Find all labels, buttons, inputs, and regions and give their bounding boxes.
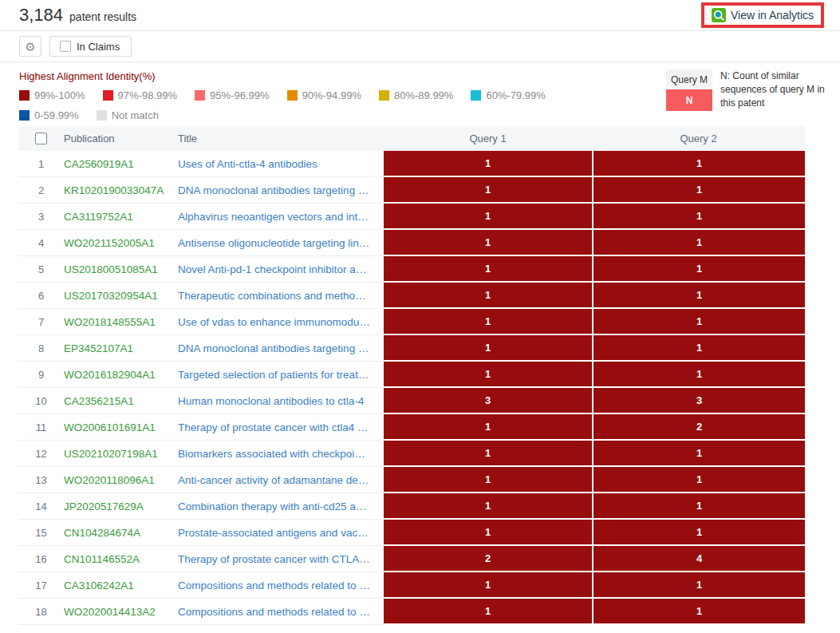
query2-count-cell[interactable]: 2: [592, 414, 805, 441]
legend-swatch: [379, 90, 389, 101]
title-link[interactable]: Use of vdas to enhance immunomodu…: [178, 309, 384, 335]
query1-count-cell[interactable]: 1: [384, 572, 592, 599]
query2-count-cell[interactable]: 1: [592, 283, 805, 309]
in-claims-checkbox[interactable]: [60, 41, 71, 52]
select-all-checkbox[interactable]: [35, 133, 47, 144]
publication-link[interactable]: US20170320954A1: [64, 283, 178, 309]
view-in-analytics-button[interactable]: View in Analytics: [701, 2, 824, 28]
row-index: 8: [18, 335, 64, 362]
query2-count-cell[interactable]: 1: [592, 441, 805, 467]
query1-count-cell[interactable]: 1: [384, 256, 592, 283]
query2-count-cell[interactable]: 1: [592, 204, 805, 230]
query2-count-cell[interactable]: 1: [592, 493, 805, 520]
legend-swatch: [195, 90, 205, 101]
query1-count-cell[interactable]: 1: [384, 362, 592, 388]
query2-count-cell[interactable]: 1: [592, 335, 805, 362]
legend-swatch: [471, 90, 481, 101]
title-link[interactable]: Compositions and methods related to …: [178, 572, 384, 599]
publication-link[interactable]: WO2018148555A1: [64, 309, 178, 335]
publication-link[interactable]: WO2021152005A1: [64, 230, 178, 256]
title-link[interactable]: Human monoclonal antibodies to ctla-4: [178, 388, 384, 414]
title-link[interactable]: Therapy of prostate cancer with ctla4 …: [178, 414, 384, 441]
title-link[interactable]: Prostate-associated antigens and vac…: [178, 520, 384, 546]
query2-count-cell[interactable]: 1: [592, 520, 805, 546]
row-index: 10: [18, 388, 64, 414]
title-link[interactable]: Antisense oligonucleotide targeting lin…: [178, 230, 384, 256]
legend-label: 80%-89.99%: [394, 89, 453, 101]
publication-link[interactable]: CA3119752A1: [64, 204, 178, 230]
title-link[interactable]: Therapeutic combinations and metho…: [178, 283, 384, 309]
query1-count-cell[interactable]: 3: [384, 388, 592, 414]
publication-link[interactable]: EP3452107A1: [64, 335, 178, 362]
table-row: 7 WO2018148555A1 Use of vdas to enhance …: [18, 309, 805, 335]
query2-count-cell[interactable]: 1: [592, 177, 805, 204]
query2-count-cell[interactable]: 1: [592, 362, 805, 388]
column-header-publication[interactable]: Publication: [64, 133, 178, 144]
column-header-query2[interactable]: Query 2: [592, 133, 805, 144]
publication-link[interactable]: WO2016182904A1: [64, 362, 178, 388]
query2-count-cell[interactable]: 1: [592, 599, 805, 625]
title-link[interactable]: Compositions and methods related to …: [178, 599, 384, 625]
publication-link[interactable]: US20210207198A1: [64, 441, 178, 467]
row-index: 13: [18, 467, 64, 493]
publication-link[interactable]: CA3106242A1: [64, 572, 178, 599]
in-claims-button[interactable]: In Claims: [49, 36, 132, 57]
query2-count-cell[interactable]: 1: [592, 309, 805, 335]
title-link[interactable]: DNA monoclonal antibodies targeting …: [178, 177, 384, 204]
publication-link[interactable]: JP2020517629A: [64, 493, 178, 520]
view-in-analytics-label[interactable]: View in Analytics: [731, 9, 814, 22]
publication-link[interactable]: CA2356215A1: [64, 388, 178, 414]
title-link[interactable]: Anti-cancer activity of adamantane de…: [178, 467, 384, 493]
title-link[interactable]: Targeted selection of patients for treat…: [178, 362, 384, 388]
query-example-header: Query M: [666, 69, 712, 89]
query1-count-cell[interactable]: 1: [384, 335, 592, 362]
legend-item: 0-59.99%: [19, 109, 79, 121]
query1-count-cell[interactable]: 1: [384, 599, 592, 625]
query1-count-cell[interactable]: 1: [384, 177, 592, 204]
publication-link[interactable]: WO2006101691A1: [64, 414, 178, 441]
title-link[interactable]: Alphavirus neoantigen vectors and int…: [178, 204, 384, 230]
legend-item: 99%-100%: [19, 89, 85, 101]
title-link[interactable]: Combination therapy with anti-cd25 a…: [178, 493, 384, 520]
query2-count-cell[interactable]: 4: [592, 546, 805, 572]
publication-link[interactable]: KR1020190033047A: [64, 177, 178, 204]
query2-count-cell[interactable]: 1: [592, 151, 805, 177]
table-row: 6 US20170320954A1 Therapeutic combinatio…: [18, 283, 805, 309]
query1-count-cell[interactable]: 1: [384, 309, 592, 335]
title-link[interactable]: DNA monoclonal antibodies targeting …: [178, 335, 384, 362]
settings-button[interactable]: ⚙: [19, 36, 41, 57]
query2-count-cell[interactable]: 1: [592, 467, 805, 493]
query1-count-cell[interactable]: 1: [384, 283, 592, 309]
publication-link[interactable]: WO2020118096A1: [64, 467, 178, 493]
query1-count-cell[interactable]: 1: [384, 151, 592, 177]
column-header-query1[interactable]: Query 1: [384, 133, 592, 144]
query1-count-cell[interactable]: 1: [384, 493, 592, 520]
query1-count-cell[interactable]: 2: [384, 546, 592, 572]
legend-item: 90%-94.99%: [287, 89, 361, 101]
query1-count-cell[interactable]: 1: [384, 520, 592, 546]
legend-label: 97%-98.99%: [118, 89, 177, 101]
query1-count-cell[interactable]: 1: [384, 204, 592, 230]
query2-count-cell[interactable]: 1: [592, 256, 805, 283]
query1-count-cell[interactable]: 1: [384, 414, 592, 441]
query1-count-cell[interactable]: 1: [384, 467, 592, 493]
query2-count-cell[interactable]: 3: [592, 388, 805, 414]
table-row: 13 WO2020118096A1 Anti-cancer activity o…: [18, 467, 805, 493]
title-link[interactable]: Uses of Anti-ctla-4 antibodies: [178, 151, 384, 177]
query1-count-cell[interactable]: 1: [384, 441, 592, 467]
publication-link[interactable]: CN104284674A: [64, 520, 178, 546]
table-row: 12 US20210207198A1 Biomarkers associated…: [18, 441, 805, 467]
result-count-number: 3,184: [19, 5, 63, 26]
title-link[interactable]: Biomarkers associated with checkpoi…: [178, 441, 384, 467]
publication-link[interactable]: CA2560919A1: [64, 151, 178, 177]
column-header-title[interactable]: Title: [178, 133, 384, 144]
publication-link[interactable]: WO2020014413A2: [64, 599, 178, 625]
row-index: 2: [18, 177, 64, 204]
query2-count-cell[interactable]: 1: [592, 230, 805, 256]
publication-link[interactable]: CN101146552A: [64, 546, 178, 572]
title-link[interactable]: Therapy of prostate cancer with CTLA…: [178, 546, 384, 572]
query2-count-cell[interactable]: 1: [592, 572, 805, 599]
publication-link[interactable]: US20180051085A1: [64, 256, 178, 283]
title-link[interactable]: Novel Anti-pd-1 checkpoint inhibitor a…: [178, 256, 384, 283]
query1-count-cell[interactable]: 1: [384, 230, 592, 256]
